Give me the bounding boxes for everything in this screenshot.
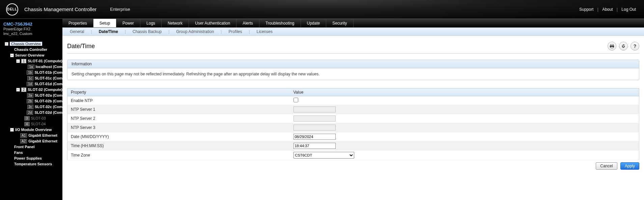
tab-user-auth[interactable]: User Authentication xyxy=(189,19,236,27)
time-input[interactable] xyxy=(293,143,336,149)
tab-alerts[interactable]: Alerts xyxy=(236,19,259,27)
tree-chassis-overview[interactable]: −Chassis Overview xyxy=(0,41,62,47)
tree-temp-sensors[interactable]: Temperature Sensors xyxy=(0,161,62,167)
tree-slot-02b[interactable]: 2bSLOT-02b (Com xyxy=(0,98,62,104)
subtab-profiles[interactable]: Profiles xyxy=(226,29,244,34)
tree-slot-03[interactable]: 3SLOT-03 xyxy=(0,115,62,121)
tree-server-overview[interactable]: −Server Overview xyxy=(0,53,62,58)
context-title: Enterprise xyxy=(110,7,130,12)
help-icon[interactable]: ? xyxy=(631,42,639,51)
cmc-id: CMC-7S6J942 xyxy=(0,22,62,27)
slot-sub-badge: 1d xyxy=(27,82,33,86)
tree-slot-01[interactable]: −1SLOT-01 (Compute) xyxy=(0,58,62,64)
col-property: Property xyxy=(67,89,290,96)
info-box-title: Information xyxy=(67,60,639,68)
tree-slot-02d[interactable]: 2dSLOT-02d (Com xyxy=(0,110,62,115)
tree-slot-01b[interactable]: 1bSLOT-01b (Com xyxy=(0,70,62,75)
svg-rect-2 xyxy=(611,47,613,48)
tree-slot-01d[interactable]: 1dSLOT-01d (Com xyxy=(0,81,62,87)
tree-slot-01a[interactable]: 1alocalhost (Com xyxy=(0,64,62,70)
tree-slot-01c[interactable]: 1cSLOT-01c (Com xyxy=(0,75,62,81)
print-icon[interactable] xyxy=(608,42,616,51)
cmc-model: PowerEdge FX2 xyxy=(0,27,62,31)
subtab-group-admin[interactable]: Group Administration xyxy=(174,29,216,34)
collapse-icon[interactable]: − xyxy=(5,42,8,46)
tree-chassis-controller[interactable]: Chassis Controller xyxy=(0,47,62,53)
svg-rect-0 xyxy=(611,44,614,46)
subtab-general[interactable]: General xyxy=(68,29,86,34)
label-ntp2: NTP Server 2 xyxy=(67,114,290,123)
tree-slot-04[interactable]: 4SLOT-04 xyxy=(0,121,62,127)
slot-sub-badge: 2c xyxy=(27,105,34,109)
label-ntp3: NTP Server 3 xyxy=(67,123,290,132)
tree-fans[interactable]: Fans xyxy=(0,150,62,156)
tree-io-a2[interactable]: A2Gigabit Ethernet xyxy=(0,138,62,144)
tab-properties[interactable]: Properties xyxy=(62,19,93,27)
subtab-datetime[interactable]: Date/Time xyxy=(97,29,120,34)
top-links: Support | About | Log Out xyxy=(578,7,637,12)
timezone-select[interactable]: CST6CDT xyxy=(293,152,354,159)
tab-logs[interactable]: Logs xyxy=(140,19,162,27)
tab-security[interactable]: Security xyxy=(326,19,353,27)
tree-io-a1[interactable]: A1Gigabit Ethernet xyxy=(0,133,62,138)
apply-button[interactable]: Apply xyxy=(620,162,639,170)
slot-sub-badge: 2a xyxy=(27,93,33,98)
label-ntp1: NTP Server 1 xyxy=(67,105,290,114)
tab-power[interactable]: Power xyxy=(116,19,140,27)
tab-update[interactable]: Update xyxy=(301,19,327,27)
io-badge: A1 xyxy=(20,133,27,138)
page-title: Date/Time xyxy=(67,43,95,50)
tree-slot-02c[interactable]: 2cSLOT-02c (Com xyxy=(0,104,62,110)
slot-badge: 2 xyxy=(21,88,27,92)
enable-ntp-checkbox[interactable] xyxy=(293,98,298,102)
tree-front-panel[interactable]: Front Panel xyxy=(0,144,62,150)
info-box: Information Setting changes on this page… xyxy=(67,60,639,80)
link-separator: | xyxy=(597,7,598,12)
datetime-table: Property Value Enable NTP NTP Server 1 N… xyxy=(67,88,639,160)
tab-network[interactable]: Network xyxy=(162,19,189,27)
ntp3-input[interactable] xyxy=(293,125,336,131)
content-area: Properties Setup Power Logs Network User… xyxy=(62,19,644,200)
slot-badge: 3 xyxy=(24,116,30,121)
slot-badge: 1 xyxy=(21,59,27,63)
cancel-button[interactable]: Cancel xyxy=(596,162,617,170)
slot-badge: 4 xyxy=(24,122,30,126)
tree-slot-02[interactable]: −2SLOT-02 (Compute) xyxy=(0,87,62,93)
subtab-chassis-backup[interactable]: Chassis Backup xyxy=(131,29,164,34)
tab-troubleshooting[interactable]: Troubleshooting xyxy=(259,19,301,27)
about-link[interactable]: About xyxy=(602,7,613,12)
link-separator: | xyxy=(617,7,618,12)
cmc-custom: lmc_e22, Custom xyxy=(0,31,62,36)
dell-logo: DELL xyxy=(6,3,18,15)
product-title: Chassis Management Controller xyxy=(24,6,96,12)
label-timezone: Time Zone xyxy=(67,151,290,160)
slot-sub-badge: 1c xyxy=(27,76,34,80)
subtab-licenses[interactable]: Licenses xyxy=(255,29,275,34)
collapse-icon[interactable]: − xyxy=(10,128,14,132)
tree-io-overview[interactable]: −I/O Module Overview xyxy=(0,127,62,133)
tree-slot-02a[interactable]: 2aSLOT-02a (Com xyxy=(0,93,62,98)
slot-sub-badge: 2d xyxy=(27,110,33,115)
tree-power-supplies[interactable]: Power Supplies xyxy=(0,156,62,161)
io-badge: A2 xyxy=(20,139,27,143)
collapse-icon[interactable]: − xyxy=(16,59,20,63)
ntp1-input[interactable] xyxy=(293,106,336,112)
support-link[interactable]: Support xyxy=(579,7,593,12)
slot-sub-badge: 2b xyxy=(27,99,33,103)
slot-sub-badge: 1b xyxy=(27,70,33,75)
secondary-tabs: General| Date/Time| Chassis Backup| Grou… xyxy=(62,28,644,36)
ntp2-input[interactable] xyxy=(293,115,336,122)
logout-link[interactable]: Log Out xyxy=(621,7,636,12)
date-input[interactable] xyxy=(293,134,336,140)
info-box-text: Setting changes on this page may not be … xyxy=(67,68,639,80)
label-enable-ntp: Enable NTP xyxy=(67,96,290,105)
nav-tree: −Chassis Overview Chassis Controller −Se… xyxy=(0,41,62,167)
label-time: Time (HH:MM:SS) xyxy=(67,141,290,151)
refresh-icon[interactable] xyxy=(619,42,628,51)
collapse-icon[interactable]: − xyxy=(10,54,14,57)
primary-tabs: Properties Setup Power Logs Network User… xyxy=(62,19,644,28)
col-value: Value xyxy=(290,89,639,96)
collapse-icon[interactable]: − xyxy=(16,88,20,92)
sidebar: CMC-7S6J942 PowerEdge FX2 lmc_e22, Custo… xyxy=(0,19,62,200)
tab-setup[interactable]: Setup xyxy=(93,19,116,27)
